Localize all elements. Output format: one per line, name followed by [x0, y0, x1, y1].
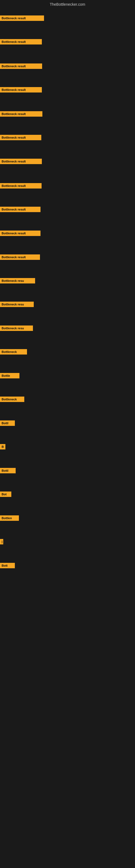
bottleneck-row: B: [0, 444, 5, 451]
bottleneck-row: Bottlen: [0, 516, 19, 522]
bottleneck-badge[interactable]: Bottlen: [0, 516, 19, 521]
bottleneck-badge[interactable]: Bottl: [0, 468, 16, 473]
bottleneck-badge[interactable]: Bot: [0, 492, 11, 497]
bottleneck-row: Bottleneck resu: [0, 278, 35, 284]
bottleneck-badge[interactable]: Bottleneck resu: [0, 278, 35, 283]
bottleneck-row: Bottleneck result: [0, 207, 41, 213]
bottleneck-badge[interactable]: Bottleneck resu: [0, 302, 34, 307]
bottleneck-row: Bottleneck result: [0, 16, 44, 22]
bottleneck-row: Bottleneck result: [0, 87, 42, 94]
bottleneck-badge[interactable]: |: [0, 539, 3, 545]
bottleneck-row: Bottleneck: [0, 397, 24, 403]
bottleneck-badge[interactable]: Bottleneck result: [0, 135, 41, 140]
bottleneck-row: Bottleneck result: [0, 63, 42, 70]
bottleneck-badge[interactable]: Bottleneck result: [0, 183, 42, 188]
bottleneck-row: Bottleneck result: [0, 39, 42, 45]
bottleneck-badge[interactable]: Bottleneck result: [0, 159, 42, 164]
bottleneck-row: Bottleneck resu: [0, 302, 34, 308]
bottleneck-badge[interactable]: Bottleneck result: [0, 16, 44, 21]
bottleneck-row: Bottleneck: [0, 349, 27, 355]
bottleneck-row: Bottle: [0, 373, 19, 379]
bottleneck-badge[interactable]: Bott: [0, 563, 15, 568]
site-title: TheBottlenecker.com: [0, 0, 135, 8]
bottleneck-row: Bott: [0, 563, 15, 569]
bottleneck-badge[interactable]: Bottleneck: [0, 397, 24, 402]
bottleneck-row: Bottleneck result: [0, 230, 41, 237]
bottleneck-badge[interactable]: Bottleneck result: [0, 111, 42, 117]
bottleneck-row: Bottleneck result: [0, 135, 41, 141]
bottleneck-row: Bottleneck result: [0, 111, 42, 118]
bottleneck-badge[interactable]: Bottleneck result: [0, 39, 42, 44]
bottleneck-badge[interactable]: Bottl: [0, 421, 15, 426]
bottleneck-row: Bot: [0, 492, 11, 498]
bottleneck-badge[interactable]: Bottleneck result: [0, 207, 41, 212]
bottleneck-row: Bottleneck result: [0, 254, 40, 261]
bottleneck-badge[interactable]: Bottleneck result: [0, 87, 42, 93]
bottleneck-row: Bottleneck result: [0, 159, 42, 165]
bottleneck-badge[interactable]: Bottleneck result: [0, 254, 40, 260]
bottleneck-badge[interactable]: B: [0, 444, 5, 450]
bottleneck-badge[interactable]: Bottle: [0, 373, 19, 378]
bottleneck-row: Bottleneck result: [0, 183, 42, 190]
bottleneck-badge[interactable]: Bottleneck result: [0, 63, 42, 69]
bottleneck-badge[interactable]: Bottleneck resu: [0, 326, 33, 331]
bottleneck-row: |: [0, 539, 3, 546]
bottleneck-badge[interactable]: Bottleneck result: [0, 230, 41, 236]
bottleneck-badge[interactable]: Bottleneck: [0, 349, 27, 354]
bottleneck-row: Bottl: [0, 468, 16, 474]
bottleneck-row: Bottl: [0, 421, 15, 427]
bottleneck-row: Bottleneck resu: [0, 326, 33, 332]
